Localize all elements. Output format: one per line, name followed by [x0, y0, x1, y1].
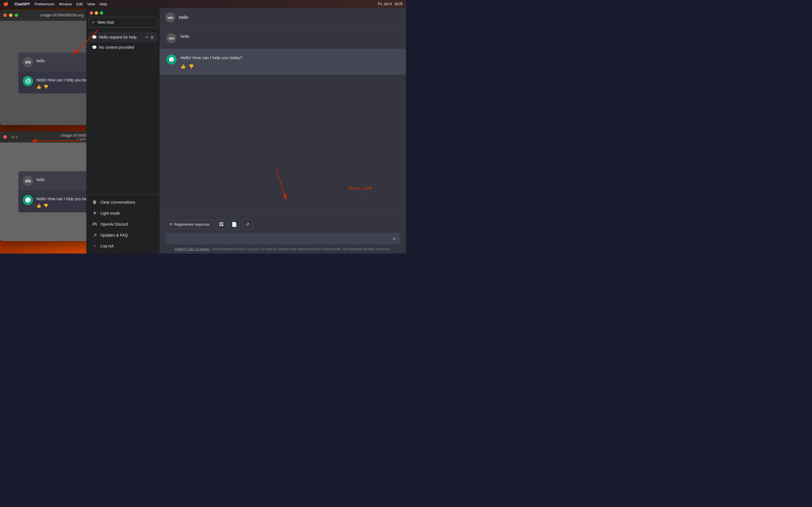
regenerate-label: Regenerate response: [174, 222, 209, 226]
assistant-message-0: Hello! How can I help you today? 👍 👎: [160, 49, 406, 75]
thumbs-down-icon[interactable]: 👎: [43, 84, 48, 89]
png-gpt-avatar: [23, 76, 33, 86]
chatgpt-window: + New chat 💬 Hello request for help ✏ 🗑 …: [86, 8, 406, 253]
new-chat-container: + New chat: [86, 17, 160, 30]
close-button-pdf[interactable]: [3, 135, 7, 138]
regenerate-icon: ↻: [169, 222, 172, 226]
sidebar-conversations[interactable]: 💬 Hello request for help ✏ 🗑 💬 No contex…: [86, 30, 160, 194]
share-link-button[interactable]: ↗: [242, 219, 253, 230]
menu-window[interactable]: Window: [59, 2, 72, 6]
footer-discord-label: OpenAI Discord: [100, 222, 128, 226]
assistant-message-body-0: Hello! How can I help you today? 👍 👎: [181, 54, 399, 69]
sidebar-footer: 🗑 Clear conversations ☀ Light mode 🎮 Ope…: [86, 194, 160, 253]
sidebar-traffic-lights: [86, 8, 160, 17]
menubar-right: Fri, Jan 6 18:25: [378, 2, 403, 6]
discord-icon: 🎮: [92, 221, 98, 227]
pdf-user-avatar: u/a: [23, 176, 33, 186]
edit-icon[interactable]: ✏: [146, 35, 149, 40]
input-row: ➤: [165, 233, 400, 244]
chat-messages: u/a hello Hello! How can I help you toda…: [160, 27, 406, 216]
pdf-gpt-text: Hello! How can I help you today?: [36, 195, 94, 201]
sun-icon: ☀: [92, 210, 98, 216]
delete-icon[interactable]: 🗑: [150, 35, 154, 40]
chat-bottom: ↻ Regenerate response 🖼 📄 ↗ ➤ ChatGPT De…: [160, 216, 406, 254]
pdf-gpt-avatar: [23, 195, 33, 205]
export-image-button[interactable]: 🖼: [216, 219, 227, 230]
footer-clear-label: Clear conversations: [100, 200, 135, 205]
share-link-icon: ↗: [246, 222, 249, 227]
footer-logout[interactable]: → Log out: [89, 240, 157, 251]
new-chat-label: New chat: [97, 20, 114, 24]
menu-preferences[interactable]: Preferences: [35, 2, 54, 6]
menu-help[interactable]: Help: [100, 2, 107, 6]
chat-header-title: hello: [179, 15, 188, 20]
external-link-icon: ↗: [92, 232, 98, 238]
user-message-0: u/a hello: [160, 27, 406, 49]
apple-logo-icon[interactable]: 🍎: [3, 1, 9, 6]
pdf-thumbs-up-icon[interactable]: 👍: [36, 203, 41, 208]
conversation-actions-0: ✏ 🗑: [146, 35, 154, 40]
menubar-time: 18:25: [394, 2, 403, 6]
png-user-text: hello: [36, 57, 45, 63]
conversation-item-0[interactable]: 💬 Hello request for help ✏ 🗑: [89, 32, 157, 42]
chat-header-avatar: u/a: [165, 12, 175, 22]
export-pdf-button[interactable]: 📄: [229, 219, 240, 230]
sidebar: + New chat 💬 Hello request for help ✏ 🗑 …: [86, 8, 160, 253]
user-message-body-0: hello: [181, 33, 399, 40]
footer-logout-label: Log out: [100, 244, 114, 248]
plus-icon: +: [92, 20, 94, 24]
thumbs-up-icon[interactable]: 👍: [36, 84, 41, 89]
message-feedback-0: 👍 👎: [181, 64, 399, 69]
footer-note-text: . Free Research Preview. Our goal is to …: [210, 247, 391, 251]
conversation-label-1: No context provided: [99, 45, 154, 50]
chatgpt-version-link[interactable]: ChatGPT Dec 15 Version: [175, 247, 209, 251]
footer-clear-conversations[interactable]: 🗑 Clear conversations: [89, 197, 157, 208]
pdf-user-text: hello: [36, 176, 45, 182]
logout-icon: →: [92, 243, 98, 248]
regenerate-button[interactable]: ↻ Regenerate response: [165, 220, 214, 229]
menubar: 🍎 ChatGPT Preferences Window Edit View H…: [0, 0, 406, 8]
menu-view[interactable]: View: [87, 2, 95, 6]
png-gpt-text: Hello! How can I help you today?: [36, 76, 94, 82]
conversation-label-0: Hello request for help: [99, 35, 143, 40]
image-export-icon: 🖼: [219, 222, 223, 227]
footer-updates-label: Updates & FAQ: [100, 233, 128, 237]
footer-light-mode[interactable]: ☀ Light mode: [89, 208, 157, 219]
assistant-message-content-0: Hello! How can I help you today?: [181, 54, 399, 61]
close-button-main[interactable]: [90, 11, 93, 15]
chat-header: u/a hello: [160, 8, 406, 27]
chat-footer-note: ChatGPT Dec 15 Version . Free Research P…: [165, 247, 400, 251]
menu-chatgpt[interactable]: ChatGPT: [14, 2, 30, 6]
png-user-avatar: u/a: [23, 57, 33, 67]
menubar-date: Fri, Jan 6: [378, 2, 392, 6]
gpt-avatar-0: [166, 54, 176, 64]
footer-updates-faq[interactable]: ↗ Updates & FAQ: [89, 230, 157, 240]
footer-discord[interactable]: 🎮 OpenAI Discord: [89, 219, 157, 230]
footer-light-label: Light mode: [100, 211, 120, 216]
png-msg-actions: 👍 👎: [36, 84, 94, 89]
send-button[interactable]: ➤: [392, 235, 396, 242]
conversation-item-1[interactable]: 💬 No context provided: [89, 42, 157, 52]
pdf-sidebar-icon[interactable]: ⊞ ▾: [11, 135, 17, 139]
menubar-left: 🍎 ChatGPT Preferences Window Edit View H…: [3, 1, 107, 6]
pdf-export-icon: 📄: [232, 222, 237, 227]
minimize-button-main[interactable]: [95, 11, 98, 15]
new-chat-button[interactable]: + New chat: [89, 17, 157, 27]
chat-icon-1: 💬: [92, 45, 97, 50]
pdf-thumbs-down-icon[interactable]: 👎: [43, 203, 48, 208]
user-avatar-0: u/a: [166, 33, 176, 43]
action-row: ↻ Regenerate response 🖼 📄 ↗: [165, 219, 400, 230]
chat-input[interactable]: [169, 236, 390, 241]
trash-icon: 🗑: [92, 200, 98, 205]
menu-edit[interactable]: Edit: [77, 2, 83, 6]
maximize-button-main[interactable]: [100, 11, 103, 15]
chat-icon-0: 💬: [92, 35, 97, 40]
thumbs-up-feedback[interactable]: 👍: [181, 64, 186, 69]
pdf-msg-actions: 👍 👎: [36, 203, 94, 208]
chat-main: u/a hello u/a hello Hello! How can I hel…: [160, 8, 406, 253]
thumbs-down-feedback[interactable]: 👎: [189, 64, 194, 69]
user-message-content-0: hello: [181, 33, 399, 40]
